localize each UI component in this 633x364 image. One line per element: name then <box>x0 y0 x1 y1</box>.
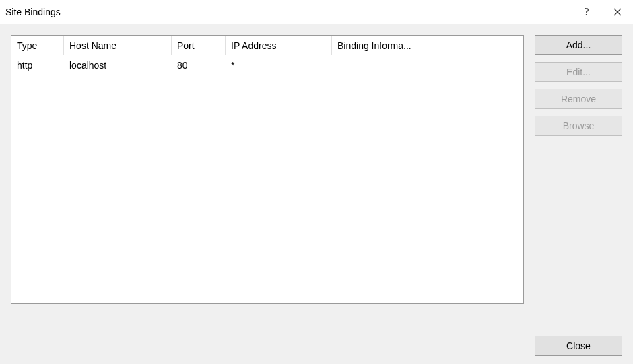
cell-binding <box>332 63 523 68</box>
cell-host: localhost <box>64 57 172 73</box>
close-icon <box>613 8 622 16</box>
help-button[interactable]: ? <box>571 0 602 24</box>
cell-ip: * <box>226 57 332 73</box>
add-button[interactable]: Add... <box>535 35 622 55</box>
close-window-button[interactable] <box>602 0 633 24</box>
cell-port: 80 <box>172 57 226 73</box>
browse-button[interactable]: Browse <box>535 116 622 136</box>
window-title: Site Bindings <box>5 7 571 17</box>
dialog-body: Type Host Name Port IP Address Binding I… <box>0 24 633 364</box>
side-buttons: Add... Edit... Remove Browse <box>535 35 622 353</box>
close-button[interactable]: Close <box>535 336 622 356</box>
close-row: Close <box>535 336 622 356</box>
list-header: Type Host Name Port IP Address Binding I… <box>11 36 523 56</box>
col-header-port[interactable]: Port <box>172 36 226 55</box>
col-header-host[interactable]: Host Name <box>64 36 172 55</box>
col-header-binding[interactable]: Binding Informa... <box>332 36 523 55</box>
bindings-list[interactable]: Type Host Name Port IP Address Binding I… <box>11 35 524 304</box>
edit-button[interactable]: Edit... <box>535 62 622 82</box>
table-row[interactable]: http localhost 80 * <box>11 56 523 75</box>
col-header-type[interactable]: Type <box>11 36 64 55</box>
col-header-ip[interactable]: IP Address <box>226 36 332 55</box>
remove-button[interactable]: Remove <box>535 89 622 109</box>
titlebar: Site Bindings ? <box>0 0 633 24</box>
cell-type: http <box>11 57 64 73</box>
